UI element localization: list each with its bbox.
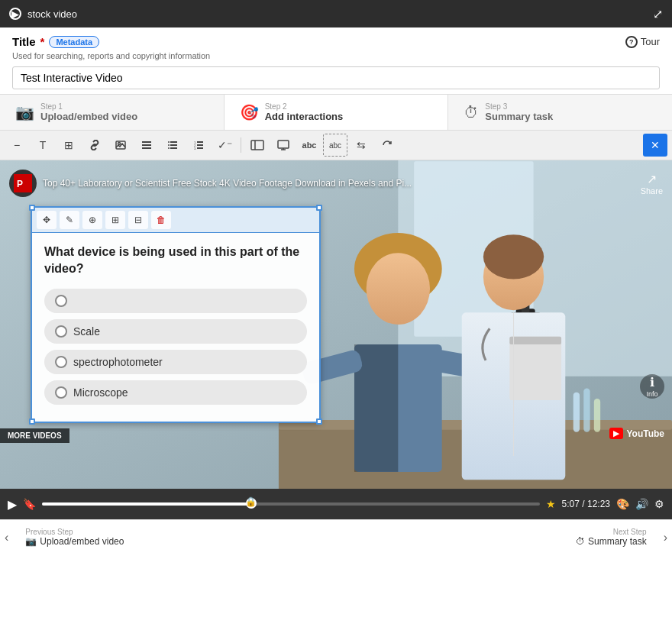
tb-table-btn[interactable]: ⊞ <box>57 134 81 157</box>
widget-delete-btn[interactable]: 🗑 <box>151 211 171 229</box>
time-total: 12:23 <box>587 499 610 509</box>
volume-button[interactable]: 🔊 <box>635 498 648 510</box>
widget-copy-btn[interactable]: ⊕ <box>82 211 102 229</box>
step-3-label: Summary task <box>485 111 553 122</box>
resize-handle-tl[interactable] <box>29 205 35 211</box>
more-videos-button[interactable]: MORE VIDEOS <box>0 428 69 443</box>
step-1-icon: 📷 <box>15 103 34 121</box>
tb-check-btn[interactable]: ✓⁻ <box>212 134 237 157</box>
prev-step-label: Previous Step <box>25 528 124 536</box>
step-3[interactable]: ⏱ Step 3 Summary task <box>448 95 672 130</box>
prev-arrow[interactable]: ‹ <box>0 523 13 552</box>
widget-move-btn[interactable]: ✥ <box>37 211 57 229</box>
resize-handle-bl[interactable] <box>29 418 35 425</box>
channel-avatar: P <box>9 170 37 197</box>
tb-close-btn[interactable]: ✕ <box>643 134 667 157</box>
tb-minus-btn[interactable]: − <box>5 134 29 157</box>
widget-edit-btn[interactable]: ✎ <box>60 211 79 229</box>
settings-button[interactable]: ⚙ <box>654 498 664 510</box>
next-step-btn[interactable]: Next Step ⏱ Summary task <box>564 520 659 554</box>
step-3-icon: ⏱ <box>464 104 479 121</box>
tb-image-btn[interactable] <box>108 134 133 157</box>
video-background: P Top 40+ Laboratory or Scientist Free S… <box>0 160 672 489</box>
info-circle-icon: ℹ <box>650 375 654 389</box>
step-1-label: Upload/embed video <box>40 111 137 122</box>
tb-link-btn[interactable] <box>82 134 107 157</box>
next-step-label: Next Step <box>576 528 647 536</box>
progress-bar[interactable]: 🔒 <box>42 502 540 506</box>
step-3-number: Step 3 <box>485 102 553 111</box>
progress-fill <box>42 502 251 506</box>
svg-rect-10 <box>170 147 177 149</box>
tb-monitor-btn[interactable] <box>271 134 296 157</box>
step-1[interactable]: 📷 Step 1 Upload/embed video <box>0 95 225 130</box>
step-2-icon: 🎯 <box>240 103 259 121</box>
svg-rect-40 <box>573 393 580 432</box>
answer-label-4: Microscope <box>73 386 128 399</box>
yt-channel: P Top 40+ Laboratory or Scientist Free S… <box>9 170 412 197</box>
info-button-overlay[interactable]: ℹ Info <box>640 374 664 399</box>
prev-step-icon: 📷 <box>25 536 37 547</box>
tour-button[interactable]: ? Tour <box>625 36 660 48</box>
title-input[interactable] <box>12 66 660 89</box>
answer-radio-1[interactable] <box>55 295 67 307</box>
answer-radio-2[interactable] <box>55 325 67 338</box>
answer-option-1[interactable] <box>44 289 307 313</box>
step-3-info: Step 3 Summary task <box>485 102 553 122</box>
svg-rect-52 <box>509 337 561 400</box>
tb-list-btn[interactable] <box>134 134 159 157</box>
palette-button[interactable]: 🎨 <box>616 498 629 510</box>
resize-handle-tr[interactable] <box>316 205 322 211</box>
tb-separator-1 <box>241 137 241 153</box>
resize-handle-br[interactable] <box>316 418 322 425</box>
widget-shrink-btn[interactable]: ⊟ <box>128 211 148 229</box>
expand-icon[interactable]: ⤢ <box>653 7 663 21</box>
tb-abc-btn[interactable]: abc <box>297 134 321 157</box>
svg-rect-17 <box>251 141 263 150</box>
steps-bar: 📷 Step 1 Upload/embed video 🎯 Step 2 Add… <box>0 95 672 131</box>
lock-marker: 🔒 <box>245 496 257 507</box>
step-2[interactable]: 🎯 Step 2 Add interactions <box>225 95 449 130</box>
share-btn[interactable]: ↗ Share <box>641 172 663 195</box>
next-step-info: Next Step ⏱ Summary task <box>576 528 647 547</box>
answer-option-3[interactable]: spectrophotometer <box>44 350 307 374</box>
bookmark-button[interactable]: 🔖 <box>23 498 36 510</box>
tb-embed-btn[interactable] <box>245 134 270 157</box>
required-star: * <box>40 35 45 48</box>
widget-duplicate-btn[interactable]: ⊞ <box>105 211 125 229</box>
time-current: 5:07 <box>562 499 580 509</box>
svg-rect-4 <box>142 147 151 149</box>
svg-rect-6 <box>170 141 177 143</box>
next-arrow[interactable]: › <box>659 523 672 552</box>
question-text: What device is being used in this part o… <box>44 244 307 278</box>
tb-arrows-btn[interactable]: ⇆ <box>349 134 373 157</box>
answer-option-4[interactable]: Microscope <box>44 380 307 405</box>
tb-refresh-btn[interactable] <box>375 134 399 157</box>
title-row: Title * Metadata ? Tour <box>12 35 660 48</box>
next-step-name: ⏱ Summary task <box>576 536 647 547</box>
top-bar: ▶ stock video ⤢ <box>0 0 672 27</box>
tb-text-btn[interactable]: T <box>31 134 55 157</box>
svg-rect-14 <box>197 144 203 146</box>
play-button[interactable]: ▶ <box>8 497 17 512</box>
widget-toolbar: ✥ ✎ ⊕ ⊞ ⊟ 🗑 <box>32 208 319 233</box>
metadata-badge[interactable]: Metadata <box>49 36 99 48</box>
tb-ordered-list-btn[interactable]: 1.2.3. <box>186 134 211 157</box>
svg-rect-8 <box>170 144 177 146</box>
answer-radio-3[interactable] <box>55 356 67 368</box>
play-icon: ▶ <box>9 8 21 20</box>
step-1-info: Step 1 Upload/embed video <box>40 102 137 122</box>
header-area: Title * Metadata ? Tour Used for searchi… <box>0 27 672 95</box>
app-title: stock video <box>27 8 77 20</box>
svg-point-44 <box>367 253 430 325</box>
prev-step-btn[interactable]: Previous Step 📷 Upload/embed video <box>13 520 136 554</box>
step-2-label: Add interactions <box>265 111 344 122</box>
tb-abc2-btn[interactable]: abc <box>323 134 347 157</box>
title-label: Title * Metadata <box>12 35 99 48</box>
next-step-icon: ⏱ <box>576 536 585 547</box>
svg-rect-19 <box>278 141 289 148</box>
interaction-content: What device is being used in this part o… <box>32 233 319 422</box>
answer-radio-4[interactable] <box>55 386 67 399</box>
tb-list2-btn[interactable] <box>160 134 185 157</box>
answer-option-2[interactable]: Scale <box>44 319 307 344</box>
